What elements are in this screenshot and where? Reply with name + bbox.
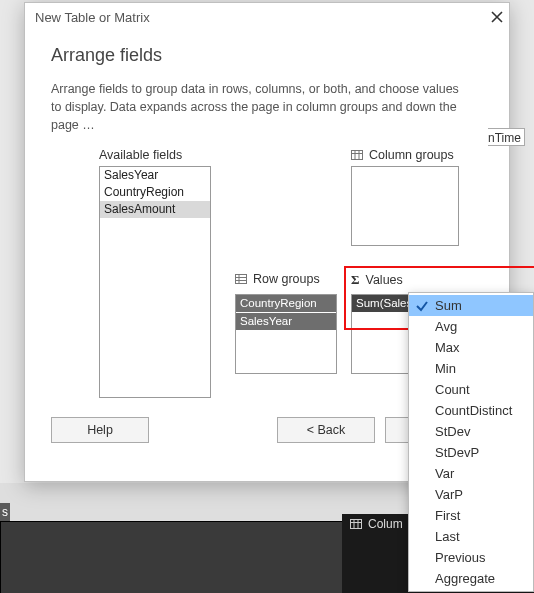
values-text: Values (366, 273, 403, 287)
extra-field-fragment: nTime (488, 128, 525, 146)
back-button[interactable]: < Back (277, 417, 375, 443)
dialog-title: New Table or Matrix (35, 10, 150, 25)
table-icon (235, 274, 247, 284)
sigma-icon: Σ (351, 272, 360, 288)
aggregate-menu-item[interactable]: Var (409, 463, 533, 484)
aggregate-menu-item[interactable]: StDev (409, 421, 533, 442)
titlebar: New Table or Matrix (25, 3, 509, 31)
aggregate-menu-item[interactable]: Min (409, 358, 533, 379)
column-groups-label: Column groups (351, 148, 454, 162)
row-groups-box[interactable]: CountryRegionSalesYear (235, 294, 337, 374)
aggregate-menu[interactable]: SumAvgMaxMinCountCountDistinctStDevStDev… (408, 292, 534, 592)
aggregate-menu-item[interactable]: First (409, 505, 533, 526)
aggregate-menu-item[interactable]: Aggregate (409, 568, 533, 589)
row-group-chip[interactable]: SalesYear (236, 313, 336, 330)
aggregate-menu-item[interactable]: Previous (409, 547, 533, 568)
values-label: Σ Values (351, 272, 403, 288)
available-field-item[interactable]: SalesAmount (100, 201, 210, 218)
table-icon (350, 519, 362, 529)
available-fields-list[interactable]: SalesYearCountryRegionSalesAmount (99, 166, 211, 398)
page-heading: Arrange fields (51, 45, 483, 66)
aggregate-menu-item[interactable]: Sum (409, 295, 533, 316)
designer-tab-fragment: s (0, 503, 10, 521)
column-groups-text: Column groups (369, 148, 454, 162)
aggregate-menu-item[interactable]: VarP (409, 484, 533, 505)
help-button[interactable]: Help (51, 417, 149, 443)
available-field-item[interactable]: CountryRegion (100, 184, 210, 201)
aggregate-menu-item[interactable]: Last (409, 526, 533, 547)
row-groups-label: Row groups (235, 272, 320, 286)
svg-rect-0 (351, 520, 362, 529)
row-group-chip[interactable]: CountryRegion (236, 295, 336, 312)
row-groups-text: Row groups (253, 272, 320, 286)
available-fields-label: Available fields (99, 148, 182, 162)
svg-rect-8 (236, 275, 247, 284)
svg-rect-4 (352, 151, 363, 160)
column-groups-box[interactable] (351, 166, 459, 246)
designer-row-groups-panel (0, 521, 344, 593)
check-icon (415, 298, 429, 312)
aggregate-menu-item[interactable]: Avg (409, 316, 533, 337)
table-icon (351, 150, 363, 160)
close-button[interactable] (491, 11, 503, 23)
aggregate-menu-item[interactable]: Count (409, 379, 533, 400)
available-field-item[interactable]: SalesYear (100, 167, 210, 184)
aggregate-menu-item[interactable]: CountDistinct (409, 400, 533, 421)
page-description: Arrange fields to group data in rows, co… (51, 80, 471, 134)
aggregate-menu-item[interactable]: Max (409, 337, 533, 358)
designer-column-groups-label: Colum (368, 517, 403, 531)
aggregate-menu-item[interactable]: StDevP (409, 442, 533, 463)
